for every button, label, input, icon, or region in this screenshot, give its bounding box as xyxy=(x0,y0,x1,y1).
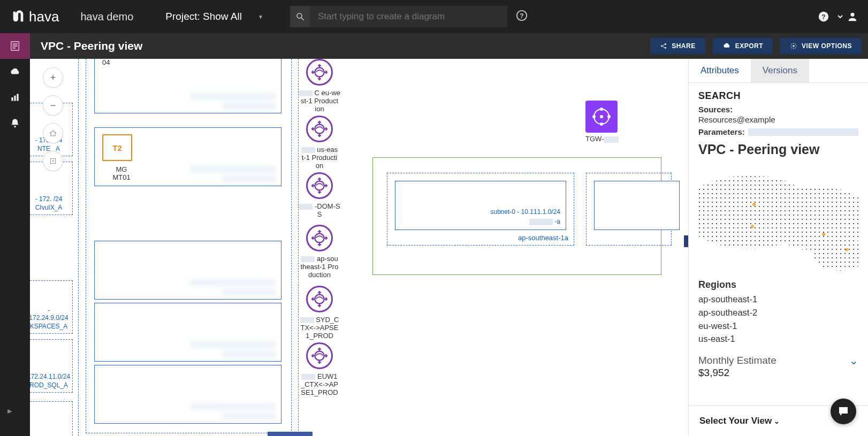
world-map[interactable] xyxy=(697,166,859,276)
vpc-box[interactable]: subnet-0 - 10.111.1.0/24 -a ap-southeast… xyxy=(372,157,661,275)
peering-node[interactable]: C eu-west-1 Production xyxy=(295,59,344,113)
svg-point-12 xyxy=(793,45,795,47)
svg-rect-15 xyxy=(12,45,17,47)
resource-card[interactable]: T2 MGMT01 xyxy=(94,127,281,186)
peering-label: -DOM-SS xyxy=(295,202,344,218)
svg-text:?: ? xyxy=(520,12,523,20)
subnet-box-clipped[interactable]: 172.24.11.0/24 ROD_SQL_A xyxy=(30,339,73,393)
help-button[interactable]: ? xyxy=(516,10,528,24)
plus-icon: + xyxy=(50,72,56,83)
share-button[interactable]: SHARE xyxy=(650,38,705,54)
help-icon: ? xyxy=(516,10,528,21)
chart-icon xyxy=(10,92,20,103)
peering-node[interactable]: EUW1_CTX<->APSE1_PROD xyxy=(295,342,344,396)
export-button[interactable]: EXPORT xyxy=(713,38,773,54)
subnet-box-2[interactable] xyxy=(594,181,680,230)
rail-item-sources[interactable] xyxy=(0,59,30,85)
share-icon xyxy=(660,42,667,50)
parameters-label: Parameters: xyxy=(698,127,745,136)
subnet-label: subnet-0 - 10.111.1.0/24 xyxy=(490,208,560,216)
minus-icon: − xyxy=(50,100,56,111)
side-panel: Attributes Versions SEARCH Sources: Reso… xyxy=(688,59,868,436)
rail-item-reports[interactable] xyxy=(0,85,30,110)
svg-point-34 xyxy=(600,115,603,118)
brand-logo[interactable]: hava xyxy=(0,9,70,25)
peering-label: SYD_CTX<->APSE1_PROD xyxy=(295,316,344,340)
subnet-box-clipped[interactable]: 172.24.17.0/24 STG_WEB_A xyxy=(30,401,73,436)
svg-rect-14 xyxy=(12,43,17,44)
rail-item-alerts[interactable] xyxy=(0,110,30,136)
target-icon xyxy=(49,157,57,165)
view-options-button[interactable]: VIEW OPTIONS xyxy=(780,38,862,54)
svg-line-11 xyxy=(663,47,665,48)
project-selector[interactable]: Project: Show All ▼ xyxy=(149,11,274,22)
az-box[interactable]: subnet-0 - 10.111.1.0/24 -a ap-southeast… xyxy=(387,173,574,246)
peering-label: ap-southeast-1 Production xyxy=(295,255,344,279)
breadcrumb[interactable]: hava demo xyxy=(70,11,149,23)
tgw-node[interactable]: TGW- xyxy=(585,101,619,143)
resource-card[interactable] xyxy=(94,303,281,362)
center-button[interactable] xyxy=(43,151,63,171)
resource-card[interactable] xyxy=(94,365,281,424)
peering-node[interactable]: -DOM-SS xyxy=(295,172,344,218)
export-label: EXPORT xyxy=(735,42,763,50)
rail-expand[interactable]: ▶ xyxy=(0,408,30,415)
vpc-peering-icon xyxy=(306,225,333,251)
zoom-in-button[interactable]: + xyxy=(43,67,63,88)
svg-point-22 xyxy=(52,160,54,162)
tab-attributes[interactable]: Attributes xyxy=(689,59,751,82)
user-menu-button[interactable] xyxy=(837,11,858,22)
resource-card[interactable] xyxy=(94,241,281,300)
peering-node[interactable]: SYD_CTX<->APSE1_PROD xyxy=(295,286,344,340)
estimate-toggle[interactable]: ⌄ xyxy=(849,354,858,367)
logo-icon xyxy=(11,9,26,24)
sources-label: Sources: xyxy=(698,105,733,114)
search-input[interactable] xyxy=(310,6,507,27)
cidr-label: - 172.24.9.0/24 xyxy=(30,307,70,322)
zoom-out-button[interactable]: − xyxy=(43,95,63,116)
regions-heading: Regions xyxy=(698,279,858,290)
vpc-peering-icon xyxy=(306,286,333,312)
chat-button[interactable] xyxy=(831,399,856,424)
diagram-icon xyxy=(9,40,21,52)
estimate-value: $3,952 xyxy=(689,367,868,384)
search-icon xyxy=(295,12,305,21)
chevron-down-icon xyxy=(837,13,843,20)
svg-rect-18 xyxy=(14,96,16,101)
card-title: MGMT01 xyxy=(100,165,143,181)
peering-label: C eu-west-1 Production xyxy=(295,89,344,113)
instance-type-chip: T2 xyxy=(102,134,132,161)
help-menu-button[interactable]: ? xyxy=(818,11,829,22)
project-selector-label: Project: Show All xyxy=(165,11,242,22)
subnet-name: KSPACES_A xyxy=(30,323,70,330)
search-button[interactable] xyxy=(290,6,310,27)
help-circle-icon: ? xyxy=(818,11,829,22)
svg-line-10 xyxy=(663,44,665,45)
subnet-box[interactable]: subnet-0 - 10.111.1.0/24 -a xyxy=(395,181,566,230)
vertical-scrollbar[interactable] xyxy=(684,235,688,247)
tab-versions[interactable]: Versions xyxy=(751,59,809,82)
diagram-canvas[interactable]: + − - 172. /24 NTE _A- 172. /24 CIvuIX_A… xyxy=(30,59,688,436)
peering-node[interactable]: ap-southeast-1 Production xyxy=(295,225,344,279)
brand-text: hava xyxy=(29,9,59,25)
region-item: ap-southeast-2 xyxy=(698,306,858,319)
card-title: 04 xyxy=(102,59,110,66)
svg-text:?: ? xyxy=(821,13,825,21)
fit-button[interactable] xyxy=(43,123,63,143)
sub-header: VPC - Peering view SHARE EXPORT VIEW OPT… xyxy=(0,33,868,59)
peering-node[interactable]: us-east-1 Production xyxy=(295,116,344,170)
region-item: ap-southeast-1 xyxy=(698,293,858,306)
horizontal-scrollbar[interactable] xyxy=(268,432,313,436)
region-item: eu-west-1 xyxy=(698,319,858,333)
subnet-box-clipped[interactable]: - 172.24.9.0/24 KSPACES_A xyxy=(30,280,73,334)
subnet-name: CIvuIX_A xyxy=(30,204,70,211)
share-label: SHARE xyxy=(672,42,696,50)
cloud-download-icon xyxy=(722,42,731,50)
bell-icon xyxy=(10,118,20,128)
az-box-2[interactable] xyxy=(586,173,672,246)
resource-card[interactable]: 04 xyxy=(94,59,281,113)
select-view-label: Select Your View xyxy=(699,416,772,426)
top-bar: hava hava demo Project: Show All ▼ ? ? xyxy=(0,0,868,33)
rail-item-diagrams[interactable] xyxy=(0,33,30,59)
chat-icon xyxy=(837,405,850,418)
